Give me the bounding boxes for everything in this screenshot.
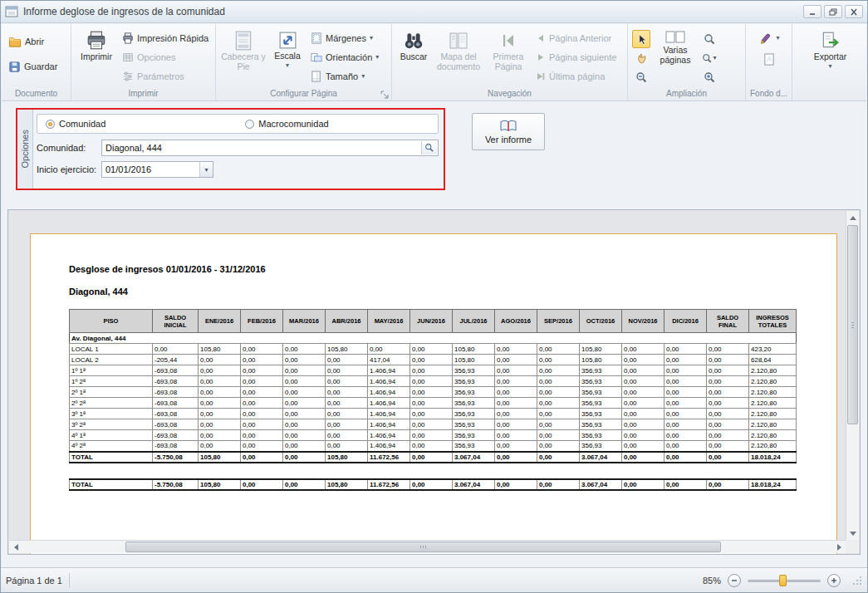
combobox-dropdown-button[interactable]: ▾: [199, 162, 213, 177]
title-bar[interactable]: Informe deglose de ingresos de la comuni…: [1, 1, 867, 23]
report-cell: 0,00: [622, 398, 664, 409]
report-cell: 0,00: [664, 452, 707, 463]
report-cell: 0,00: [326, 430, 368, 441]
report-cell: 0,00: [622, 409, 664, 419]
report-cell: 0,00: [326, 409, 368, 419]
size-button[interactable]: Tamaño ▾: [308, 68, 381, 85]
scroll-up-button[interactable]: [846, 211, 860, 224]
options-tab[interactable]: Opciones: [17, 110, 33, 189]
search-button[interactable]: Buscar: [396, 27, 431, 63]
group-label-fondo: Fondo d...: [746, 88, 792, 100]
report-cell: 0,00: [622, 441, 664, 452]
scroll-left-button[interactable]: [9, 541, 22, 554]
multiple-pages-button[interactable]: Varias páginas: [652, 27, 699, 66]
zoom-out-button[interactable]: [632, 68, 650, 86]
print-button[interactable]: Imprimir: [76, 27, 117, 63]
header-footer-button[interactable]: Cabecera y Pie: [220, 27, 267, 72]
horizontal-scrollbar[interactable]: [9, 540, 846, 553]
chevron-down-icon: ▾: [370, 35, 373, 42]
save-button[interactable]: Guardar: [6, 58, 60, 75]
scroll-down-button[interactable]: [846, 527, 860, 540]
report-cell: 0,00: [199, 398, 241, 409]
watermark-button[interactable]: A: [762, 51, 777, 66]
zoom-slider[interactable]: [748, 574, 821, 587]
radio-comunidad[interactable]: Comunidad: [46, 119, 105, 129]
ribbon: Abrir Guardar Documento Imprimir Impr: [2, 24, 866, 101]
report-cell: 0,00: [537, 344, 580, 355]
report-cell: 0,00: [283, 355, 326, 365]
report-cell: 0,00: [495, 398, 537, 409]
open-button[interactable]: Abrir: [6, 33, 60, 50]
next-page-button[interactable]: Página siguiente: [533, 49, 619, 66]
zoom-out-button-statusbar[interactable]: [728, 574, 741, 587]
orientation-button[interactable]: Orientación ▾: [308, 49, 381, 66]
report-cell: 0,00: [537, 387, 580, 398]
document-map-button[interactable]: Mapa del documento: [434, 27, 483, 72]
hand-tool-button[interactable]: [632, 49, 650, 67]
report-cell: 417,04: [368, 355, 410, 365]
parameters-button[interactable]: Parámetros: [120, 68, 211, 85]
radio-macrocomunidad[interactable]: Macrocomunidad: [245, 119, 328, 129]
app-window: Informe deglose de ingresos de la comuni…: [0, 0, 868, 593]
mouse-pointer-button[interactable]: [632, 30, 650, 48]
export-button[interactable]: Exportar ▾: [805, 27, 856, 71]
report-cell: -693,08: [153, 365, 199, 376]
previous-page-button[interactable]: Página Anterior: [533, 30, 619, 47]
vertical-scrollbar[interactable]: [846, 211, 859, 540]
report-cell: 0,00: [241, 430, 283, 441]
folder-open-icon: [8, 36, 22, 48]
restore-button[interactable]: [824, 5, 842, 18]
comunidad-lookup-button[interactable]: [421, 141, 437, 154]
scroll-right-button[interactable]: [832, 541, 846, 554]
report-cell: -693,08: [153, 430, 199, 441]
horizontal-scroll-thumb[interactable]: [125, 542, 721, 552]
zoom-in-button[interactable]: [700, 68, 718, 86]
ver-informe-button[interactable]: Ver informe: [472, 113, 545, 150]
zoom-slider-thumb[interactable]: [779, 575, 787, 586]
last-page-button[interactable]: Última página: [533, 68, 619, 85]
report-cell: 0,00: [537, 365, 580, 376]
page-background-button[interactable]: ▾: [757, 30, 782, 47]
report-table-container: PISOSALDO INICIALENE/2016FEB/2016MAR/201…: [69, 309, 836, 463]
ribbon-group-ampliacion: Varias páginas ▾ Ampliación: [628, 24, 746, 100]
scale-button[interactable]: Escala ▾: [269, 27, 306, 70]
report-cell: 2.120,80: [749, 409, 797, 419]
margins-button[interactable]: Márgenes ▾: [308, 30, 381, 47]
report-cell: 356,93: [453, 376, 495, 387]
report-cell: 0,00: [495, 387, 537, 398]
report-cell: 0,00: [495, 430, 537, 441]
zoom-in-button-statusbar[interactable]: [827, 574, 841, 587]
comunidad-input[interactable]: Diagonal, 444: [101, 140, 439, 156]
report-cell: 0,00: [622, 376, 664, 387]
resize-grip[interactable]: [852, 576, 862, 586]
report-cell: 0,00: [153, 344, 199, 355]
zoom-dropdown-button[interactable]: ▾: [700, 49, 718, 67]
report-cell: 0,00: [664, 344, 707, 355]
close-button[interactable]: [845, 5, 863, 18]
report-cell: NOV/2016: [622, 310, 664, 333]
chevron-down-icon: ▾: [375, 54, 379, 61]
vertical-scroll-thumb[interactable]: [847, 225, 858, 424]
report-cell: 2.120,80: [749, 430, 797, 441]
print-options-button[interactable]: Opciones: [120, 49, 211, 66]
report-cell: 0,00: [664, 398, 707, 409]
report-row: PISOSALDO INICIALENE/2016FEB/2016MAR/201…: [70, 310, 797, 333]
report-cell: 0,00: [664, 479, 707, 490]
report-cell: 0,00: [326, 419, 368, 430]
minimize-button[interactable]: [803, 5, 821, 18]
inicio-ejercicio-combobox[interactable]: 01/01/2016 ▾: [101, 161, 213, 178]
first-page-button[interactable]: Primera Página: [486, 27, 531, 72]
chevron-down-icon: ▾: [776, 35, 779, 42]
header-footer-icon: [233, 30, 253, 51]
report-cell: 0,00: [410, 479, 453, 490]
options-tab-label: Opciones: [20, 130, 30, 168]
report-cell: 105,80: [580, 344, 622, 355]
report-cell: TOTAL: [70, 479, 153, 490]
dialog-launcher-icon[interactable]: [380, 91, 389, 99]
quick-print-button[interactable]: Impresión Rápida: [120, 30, 211, 47]
zoom-tool-button[interactable]: [700, 30, 718, 48]
report-row: TOTAL-5.750,08105,800,000,00105,8011.672…: [70, 452, 797, 463]
printer-icon: [86, 30, 107, 51]
binoculars-icon: [403, 30, 424, 51]
report-cell: 0,00: [664, 441, 707, 452]
